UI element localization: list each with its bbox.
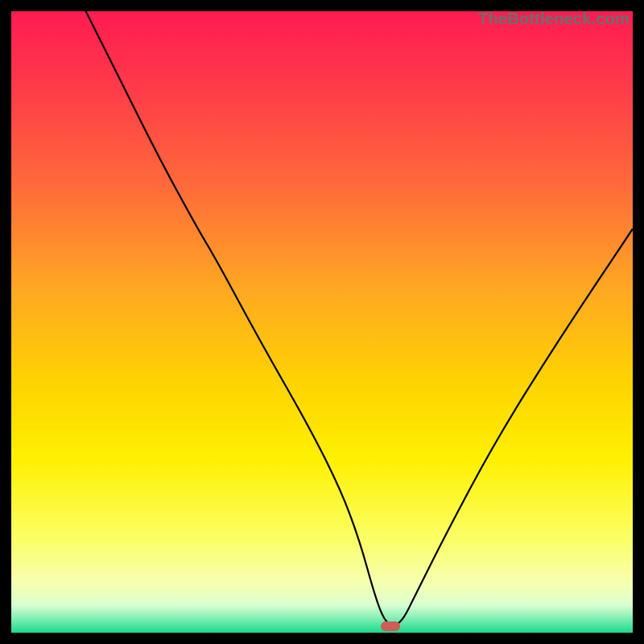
- optimal-marker: [381, 621, 400, 631]
- svg-rect-0: [11, 11, 633, 633]
- watermark-text: TheBottleneck.com: [478, 10, 630, 28]
- gradient-background: [11, 11, 633, 633]
- chart-frame: TheBottleneck.com: [11, 11, 633, 633]
